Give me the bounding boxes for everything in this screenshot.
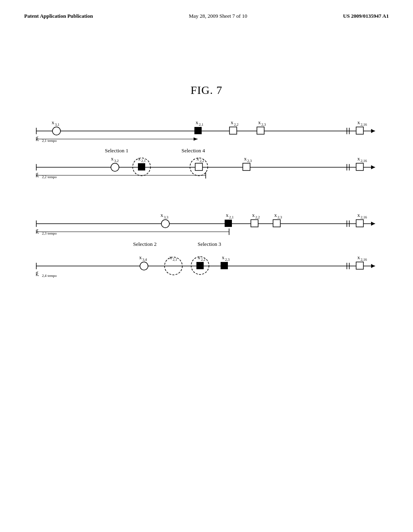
header-left: Patent Application Publication bbox=[24, 13, 93, 19]
svg-text:2,16: 2,16 bbox=[361, 215, 367, 219]
figure-title: FIG. 7 bbox=[0, 84, 413, 97]
svg-rect-74 bbox=[356, 220, 363, 227]
svg-rect-48 bbox=[356, 163, 363, 170]
svg-text:Selection 3: Selection 3 bbox=[198, 241, 221, 247]
svg-text:2,1: 2,1 bbox=[141, 159, 146, 163]
svg-rect-12 bbox=[229, 127, 237, 134]
svg-text:x: x bbox=[244, 156, 247, 162]
svg-text:2,16: 2,16 bbox=[361, 159, 367, 163]
svg-marker-24 bbox=[194, 137, 198, 141]
figure-svg: x 3,1 x 2,1 x 2,2 x 2,3 x 2,16 ξ 2,1 tem… bbox=[24, 109, 387, 359]
svg-text:Selection 2: Selection 2 bbox=[133, 241, 156, 247]
svg-rect-15 bbox=[257, 127, 264, 134]
svg-text:3,1: 3,1 bbox=[55, 123, 59, 127]
svg-text:2,1: 2,1 bbox=[199, 123, 203, 127]
svg-rect-65 bbox=[225, 220, 232, 227]
svg-text:x: x bbox=[196, 156, 199, 162]
svg-text:Selection 1: Selection 1 bbox=[105, 148, 128, 154]
svg-text:2,16: 2,16 bbox=[361, 123, 367, 127]
diagram-area: x 3,1 x 2,1 x 2,2 x 2,3 x 2,16 ξ 2,1 tem… bbox=[24, 109, 387, 359]
svg-rect-100 bbox=[221, 262, 228, 269]
svg-text:x: x bbox=[231, 119, 234, 125]
label-x31: x bbox=[52, 119, 54, 125]
svg-text:2,2: 2,2 bbox=[234, 123, 238, 127]
svg-text:x: x bbox=[111, 156, 114, 162]
svg-text:2,1: 2,1 bbox=[173, 258, 177, 262]
header-center: May 28, 2009 Sheet 7 of 10 bbox=[189, 13, 247, 19]
svg-text:ξ: ξ bbox=[36, 135, 39, 141]
svg-text:ξ: ξ bbox=[36, 228, 39, 234]
svg-text:x: x bbox=[357, 119, 360, 125]
svg-text:tempo: tempo bbox=[48, 274, 57, 278]
header-right: US 2009/0135947 A1 bbox=[343, 13, 389, 19]
svg-marker-85 bbox=[371, 264, 375, 268]
svg-point-90 bbox=[140, 262, 148, 270]
svg-marker-2 bbox=[371, 129, 375, 133]
svg-text:x: x bbox=[357, 156, 360, 162]
svg-text:x: x bbox=[196, 119, 198, 125]
svg-text:x: x bbox=[198, 254, 200, 260]
svg-text:2,3: 2,3 bbox=[277, 215, 282, 219]
svg-text:x: x bbox=[161, 212, 163, 218]
svg-rect-71 bbox=[273, 220, 280, 227]
svg-text:x: x bbox=[222, 254, 225, 260]
svg-text:2,3: 2,3 bbox=[261, 123, 266, 127]
svg-rect-45 bbox=[243, 163, 250, 170]
svg-rect-18 bbox=[356, 127, 363, 134]
page-header: Patent Application Publication May 28, 2… bbox=[0, 0, 413, 19]
svg-text:x: x bbox=[138, 156, 141, 162]
svg-text:3,2: 3,2 bbox=[114, 159, 119, 163]
svg-point-62 bbox=[161, 220, 169, 228]
svg-text:x: x bbox=[258, 119, 261, 125]
svg-text:x: x bbox=[274, 212, 277, 218]
svg-marker-29 bbox=[371, 165, 375, 169]
svg-text:x: x bbox=[226, 212, 229, 218]
svg-text:2,3: 2,3 bbox=[225, 258, 230, 262]
svg-text:2,1: 2,1 bbox=[229, 215, 234, 219]
svg-text:ξ: ξ bbox=[36, 270, 39, 276]
svg-text:x: x bbox=[357, 212, 360, 218]
svg-text:2,4: 2,4 bbox=[42, 274, 47, 278]
svg-point-6 bbox=[52, 127, 60, 135]
svg-text:3,4: 3,4 bbox=[142, 258, 147, 262]
svg-text:ξ: ξ bbox=[36, 172, 39, 178]
svg-text:x: x bbox=[252, 212, 255, 218]
svg-text:Selection 4: Selection 4 bbox=[181, 148, 205, 154]
svg-rect-37 bbox=[138, 163, 145, 170]
svg-text:2,16: 2,16 bbox=[361, 258, 367, 262]
svg-text:2,3: 2,3 bbox=[247, 159, 252, 163]
svg-rect-9 bbox=[194, 127, 202, 134]
svg-text:3,3: 3,3 bbox=[164, 215, 169, 219]
svg-rect-68 bbox=[251, 220, 258, 227]
svg-text:x: x bbox=[357, 254, 360, 260]
svg-text:x: x bbox=[139, 254, 142, 260]
svg-point-34 bbox=[111, 163, 119, 171]
svg-rect-41 bbox=[195, 163, 202, 170]
svg-text:2,2: 2,2 bbox=[255, 215, 260, 219]
svg-marker-57 bbox=[371, 222, 375, 226]
svg-rect-103 bbox=[356, 262, 363, 269]
